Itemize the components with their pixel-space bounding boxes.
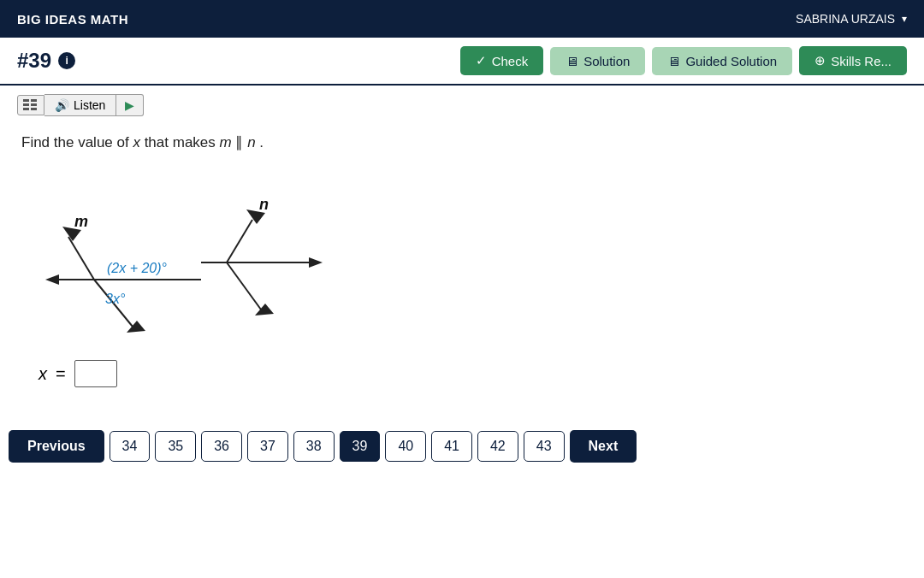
- svg-marker-11: [45, 274, 59, 285]
- username-label: SABRINA URZAIS: [796, 12, 895, 26]
- page-num-37[interactable]: 37: [247, 431, 288, 462]
- skills-icon: ⊕: [814, 53, 826, 68]
- grid-icon[interactable]: [17, 95, 44, 115]
- page-num-36[interactable]: 36: [201, 431, 242, 462]
- info-icon[interactable]: i: [58, 52, 75, 69]
- speaker-icon: 🔊: [55, 98, 69, 112]
- guided-solution-button[interactable]: 🖥 Guided Solution: [652, 47, 792, 75]
- text-prefix: Find the value of: [21, 134, 133, 150]
- n-label: n: [259, 196, 269, 213]
- page-num-42[interactable]: 42: [477, 431, 518, 462]
- play-icon: ▶: [125, 98, 134, 112]
- angle1-label: (2x + 20)°: [107, 261, 168, 275]
- page-num-43[interactable]: 43: [524, 431, 565, 462]
- top-nav: BIG IDEAS MATH SABRINA URZAIS ▾: [0, 0, 924, 38]
- svg-line-14: [227, 262, 261, 310]
- equals-sign: =: [56, 364, 66, 384]
- page-num-34[interactable]: 34: [110, 431, 151, 462]
- solution-icon: 🖥: [566, 54, 578, 68]
- svg-marker-17: [309, 257, 323, 268]
- grid-svg-icon: [23, 99, 38, 111]
- problem-number: #39: [17, 49, 51, 73]
- user-menu[interactable]: SABRINA URZAIS ▾: [796, 12, 907, 26]
- problem-text: Find the value of x that makes m ∥ n .: [21, 133, 903, 151]
- angle2-label: 3x°: [105, 292, 126, 306]
- next-button[interactable]: Next: [570, 430, 637, 463]
- n-variable: n: [247, 134, 255, 150]
- skills-review-button[interactable]: ⊕ Skills Re...: [799, 46, 907, 75]
- m-label: m: [74, 213, 88, 230]
- brand-name: BIG IDEAS MATH: [17, 12, 128, 27]
- svg-rect-0: [23, 99, 29, 102]
- play-button[interactable]: ▶: [116, 94, 144, 116]
- x-label: x: [38, 364, 47, 384]
- svg-rect-5: [31, 108, 37, 110]
- solution-button[interactable]: 🖥 Solution: [550, 47, 645, 75]
- answer-area: x =: [38, 360, 903, 387]
- header-buttons: ✓ Check 🖥 Solution 🖥 Guided Solution ⊕ S…: [460, 46, 907, 75]
- parallel-symbol: ∥: [232, 134, 247, 150]
- svg-line-12: [227, 220, 252, 262]
- chevron-down-icon: ▾: [902, 13, 907, 25]
- check-icon: ✓: [476, 53, 487, 68]
- problem-header: #39 i ✓ Check 🖥 Solution 🖥 Guided Soluti…: [0, 38, 924, 86]
- page-num-38[interactable]: 38: [293, 431, 335, 462]
- text-middle: that makes: [140, 134, 220, 150]
- previous-button[interactable]: Previous: [9, 430, 104, 463]
- guided-icon: 🖥: [667, 54, 680, 68]
- text-suffix: .: [256, 134, 264, 150]
- svg-rect-2: [23, 103, 29, 106]
- svg-line-6: [68, 237, 94, 280]
- svg-rect-4: [23, 108, 29, 110]
- answer-input[interactable]: [74, 360, 117, 387]
- page-num-40[interactable]: 40: [385, 431, 426, 462]
- m-variable: m: [220, 134, 232, 150]
- page-number-buttons: 34353637383940414243: [110, 431, 565, 462]
- problem-number-container: #39 i: [17, 49, 75, 73]
- check-button[interactable]: ✓ Check: [460, 46, 544, 75]
- diagram-area: m n (2x + 20)° 3x°: [30, 168, 903, 343]
- svg-rect-1: [31, 99, 37, 102]
- navigation-bar: Previous 34353637383940414243 Next: [0, 422, 924, 471]
- listen-bar: 🔊 Listen ▶: [0, 86, 924, 121]
- problem-content: Find the value of x that makes m ∥ n .: [0, 121, 924, 422]
- page-num-39[interactable]: 39: [340, 431, 381, 462]
- geometry-diagram: m n (2x + 20)° 3x°: [30, 168, 355, 339]
- page-num-41[interactable]: 41: [431, 431, 472, 462]
- svg-rect-3: [31, 103, 37, 106]
- listen-button[interactable]: 🔊 Listen: [44, 94, 116, 116]
- page-num-35[interactable]: 35: [155, 431, 196, 462]
- x-variable: x: [133, 134, 140, 150]
